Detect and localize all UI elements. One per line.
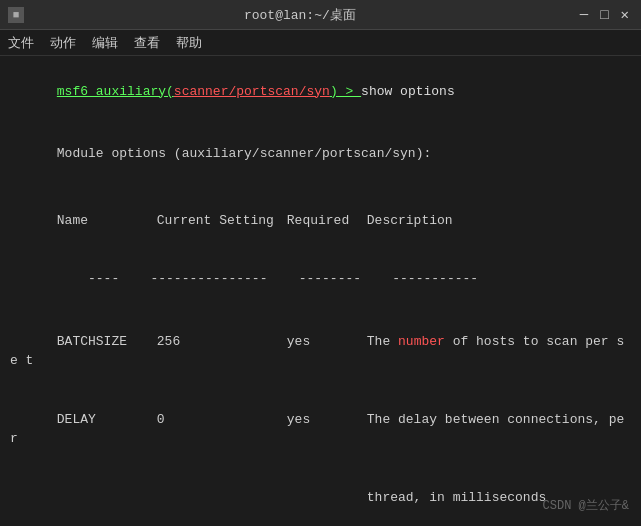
window-icon: ■ bbox=[8, 7, 24, 23]
col-required-header: Required bbox=[287, 211, 367, 231]
menu-edit[interactable]: 编辑 bbox=[92, 34, 118, 52]
title-bar-left: ■ bbox=[8, 7, 24, 23]
col-desc-header: Description bbox=[367, 213, 453, 228]
prompt-prefix: msf6 auxiliary( bbox=[57, 84, 174, 99]
table-header: NameCurrent SettingRequiredDescription bbox=[10, 191, 631, 250]
table-row-cont: thread, in milliseconds bbox=[10, 468, 631, 526]
row-setting: 0 bbox=[157, 410, 287, 430]
prompt-suffix: ) > bbox=[330, 84, 361, 99]
menu-action[interactable]: 动作 bbox=[50, 34, 76, 52]
prompt-module: scanner/portscan/syn bbox=[174, 84, 330, 99]
menu-help[interactable]: 帮助 bbox=[176, 34, 202, 52]
maximize-button[interactable]: □ bbox=[596, 7, 612, 23]
menu-view[interactable]: 查看 bbox=[134, 34, 160, 52]
command-line: msf6 auxiliary(scanner/portscan/syn) > s… bbox=[10, 62, 631, 121]
module-header: Module options (auxiliary/scanner/portsc… bbox=[10, 125, 631, 184]
table-row: DELAY0yesThe delay between connections, … bbox=[10, 390, 631, 468]
title-bar: ■ root@lan:~/桌面 ─ □ ✕ bbox=[0, 0, 641, 30]
row-required: yes bbox=[287, 410, 367, 430]
window-title: root@lan:~/桌面 bbox=[244, 6, 356, 24]
close-button[interactable]: ✕ bbox=[617, 6, 633, 23]
menu-bar: 文件 动作 编辑 查看 帮助 bbox=[0, 30, 641, 56]
terminal-window: ■ root@lan:~/桌面 ─ □ ✕ 文件 动作 编辑 查看 帮助 msf… bbox=[0, 0, 641, 526]
row-setting: 256 bbox=[157, 332, 287, 352]
row-name: DELAY bbox=[57, 410, 157, 430]
window-icon-symbol: ■ bbox=[13, 9, 20, 21]
row-required: yes bbox=[287, 332, 367, 352]
col-setting-header: Current Setting bbox=[157, 211, 287, 231]
terminal-content[interactable]: msf6 auxiliary(scanner/portscan/syn) > s… bbox=[0, 56, 641, 526]
watermark: CSDN @兰公子& bbox=[543, 497, 629, 514]
command-text: show options bbox=[361, 84, 455, 99]
row-name: BATCHSIZE bbox=[57, 332, 157, 352]
table-divider: ---- --------------- -------- ----------… bbox=[10, 250, 631, 309]
table-row: BATCHSIZE256yesThe number of hosts to sc… bbox=[10, 312, 631, 390]
menu-file[interactable]: 文件 bbox=[8, 34, 34, 52]
row-desc-cont: thread, in milliseconds bbox=[367, 490, 546, 505]
window-controls: ─ □ ✕ bbox=[576, 6, 633, 23]
minimize-button[interactable]: ─ bbox=[576, 7, 592, 23]
col-name-header: Name bbox=[57, 211, 157, 231]
